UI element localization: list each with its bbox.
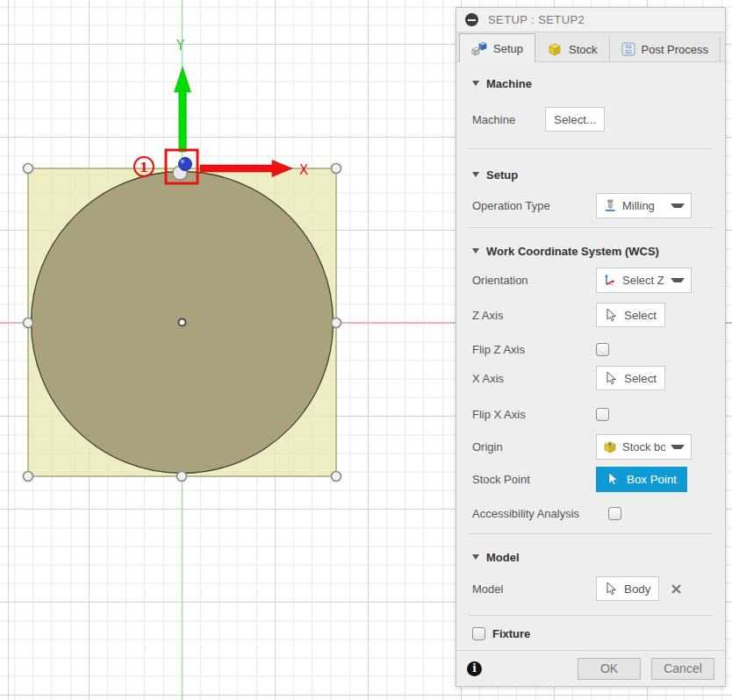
- body-center-point[interactable]: [179, 319, 186, 326]
- fixture-checkbox[interactable]: [472, 627, 485, 640]
- collapse-triangle-icon: [472, 81, 479, 86]
- collapse-triangle-icon: [472, 172, 479, 177]
- tab-stock-label: Stock: [569, 43, 598, 56]
- orientation-dropdown[interactable]: Select Z ...: [596, 268, 692, 293]
- cancel-button[interactable]: Cancel: [651, 658, 714, 680]
- wcs-section-header[interactable]: Work Coordinate System (WCS): [472, 243, 709, 259]
- section-divider: [469, 227, 713, 228]
- accessibility-checkbox[interactable]: [608, 507, 621, 520]
- milling-tool-icon: [603, 198, 617, 212]
- fixture-label: Fixture: [492, 627, 530, 640]
- collapse-triangle-icon: [472, 248, 479, 254]
- stock-point-row: Stock Point Box Point: [472, 466, 709, 492]
- stock-point-label: Stock Point: [472, 473, 596, 486]
- dialog-tabbar: Setup Stock G1 G2 Post Process: [456, 32, 725, 62]
- z-axis-row: Z Axis Select: [472, 302, 709, 328]
- cursor-icon: [605, 371, 619, 385]
- stock-point-button-label: Box Point: [627, 473, 677, 486]
- caret-down-icon: [671, 278, 685, 282]
- stock-point-handle-top-right[interactable]: [332, 164, 341, 174]
- close-icon: [671, 583, 682, 595]
- setup-dialog: SETUP : SETUP2 Setup Stock: [456, 7, 726, 687]
- machine-section-title: Machine: [486, 77, 532, 90]
- y-axis-arrow[interactable]: [175, 67, 191, 152]
- machine-row: Machine Select...: [472, 106, 709, 132]
- machine-select-button[interactable]: Select...: [545, 107, 605, 132]
- accessibility-row: Accessibility Analysis: [472, 504, 709, 523]
- origin-dropdown[interactable]: Stock bo...: [596, 434, 692, 460]
- flip-x-axis-row: Flip X Axis: [472, 404, 709, 424]
- stock-cube-icon: [547, 41, 563, 57]
- caret-down-icon: [671, 204, 685, 208]
- ok-button[interactable]: OK: [578, 658, 641, 680]
- machine-section-header[interactable]: Machine: [472, 75, 709, 91]
- stock-point-handle-mid-left[interactable]: [24, 318, 33, 328]
- orientation-row: Orientation Select Z ...: [472, 267, 709, 293]
- caret-down-icon: [671, 445, 685, 449]
- section-divider: [469, 533, 713, 534]
- model-clear-button[interactable]: [671, 583, 682, 595]
- tab-setup-label: Setup: [493, 42, 523, 55]
- stock-point-handle-top-left[interactable]: [24, 164, 33, 174]
- z-axis-select-label: Select: [624, 309, 657, 322]
- origin-label: Origin: [472, 440, 596, 454]
- post-process-icon: G1 G2: [621, 42, 635, 56]
- setup-cube-icon: [471, 40, 487, 56]
- model-body-label: Body: [624, 582, 650, 596]
- operation-type-dropdown[interactable]: Milling: [596, 193, 692, 218]
- tab-stock[interactable]: Stock: [535, 37, 609, 61]
- stock-point-handle-mid-right[interactable]: [332, 318, 341, 328]
- collapse-triangle-icon: [472, 554, 479, 560]
- collapse-icon[interactable]: [465, 13, 478, 26]
- origin-value: Stock bo...: [622, 440, 665, 454]
- model-row: Model Body: [472, 575, 709, 602]
- accessibility-label: Accessibility Analysis: [472, 507, 608, 520]
- stock-point-handle-bottom-right[interactable]: [332, 472, 341, 482]
- flip-x-axis-label: Flip X Axis: [472, 408, 596, 421]
- dialog-body: Machine Machine Select... Setup Operatio…: [456, 62, 725, 650]
- setup-section-header[interactable]: Setup: [472, 167, 709, 182]
- section-divider: [469, 615, 713, 616]
- model-body-button[interactable]: Body: [596, 576, 659, 601]
- svg-text:G2: G2: [625, 49, 631, 54]
- model-label: Model: [472, 582, 596, 596]
- stock-point-handle-bottom-mid[interactable]: [177, 472, 187, 482]
- z-axis-sphere[interactable]: [179, 158, 192, 171]
- section-divider: [469, 148, 713, 149]
- orientation-value: Select Z ...: [622, 274, 665, 287]
- stock-box-point-icon: [603, 439, 617, 454]
- cursor-icon: [605, 582, 619, 596]
- x-axis-row: X Axis Select: [472, 365, 709, 391]
- tab-post-process[interactable]: G1 G2 Post Process: [609, 37, 721, 61]
- y-axis-label: Y: [176, 38, 185, 54]
- tabbar-filler: [720, 37, 725, 61]
- fixture-row: Fixture: [472, 624, 709, 643]
- machine-select-label: Select...: [554, 113, 596, 126]
- x-axis-select-label: Select: [624, 372, 657, 385]
- cursor-icon: [605, 308, 619, 322]
- x-axis-label: X Axis: [472, 372, 596, 385]
- stock-point-button[interactable]: Box Point: [596, 467, 687, 492]
- model-section-header[interactable]: Model: [472, 549, 709, 565]
- tab-post-process-label: Post Process: [642, 43, 709, 56]
- cursor-icon: [606, 472, 621, 486]
- x-axis-label: X: [299, 162, 308, 178]
- flip-x-axis-checkbox[interactable]: [596, 408, 609, 421]
- origin-row: Origin Stock bo...: [472, 433, 709, 460]
- operation-type-value: Milling: [622, 199, 665, 212]
- annotation-number: 1: [140, 160, 148, 175]
- tab-setup[interactable]: Setup: [459, 33, 535, 62]
- z-axis-label: Z Axis: [472, 309, 596, 322]
- dialog-title: SETUP : SETUP2: [488, 13, 585, 26]
- x-axis-select-button[interactable]: Select: [596, 366, 665, 390]
- dialog-header: SETUP : SETUP2: [456, 8, 725, 32]
- flip-z-axis-checkbox[interactable]: [596, 343, 609, 356]
- stock-point-handle-bottom-left[interactable]: [24, 472, 33, 482]
- flip-z-axis-row: Flip Z Axis: [472, 339, 709, 359]
- model-section-title: Model: [486, 551, 520, 564]
- operation-type-row: Operation Type Milling: [472, 192, 709, 218]
- z-axis-select-button[interactable]: Select: [596, 303, 665, 327]
- info-icon[interactable]: i: [467, 661, 482, 676]
- operation-type-label: Operation Type: [472, 199, 596, 212]
- axis-triad-icon: [603, 273, 617, 287]
